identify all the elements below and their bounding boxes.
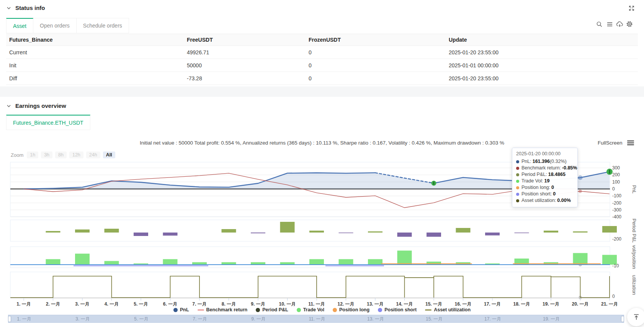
earnings-tabs: Futures_Binance.ETH_USDT	[6, 115, 90, 130]
series-color-dot	[516, 193, 519, 196]
axis-title-vol-position: vol/position	[631, 245, 637, 269]
data-zoom-slider[interactable]: 1. 一月3. 一月5. 一月7. 一月9. 一月11. 一月13. 一月15.…	[8, 315, 624, 323]
slider-tick-label: 3. 一月	[75, 316, 90, 322]
init-free: 50000	[184, 59, 306, 72]
diff-frozen: 0	[306, 72, 446, 85]
slider-tick-label: 11. 一月	[309, 316, 325, 322]
slider-left-handle[interactable]	[8, 316, 11, 322]
tab-asset[interactable]: Asset	[6, 18, 33, 33]
svg-text:2. 一月: 2. 一月	[46, 301, 60, 307]
svg-text:9. 一月: 9. 一月	[251, 301, 265, 307]
status-info-header: Status info	[6, 5, 45, 11]
zoom-option-1h[interactable]: 1h	[27, 151, 38, 158]
expand-icon[interactable]	[627, 4, 636, 12]
legend-item-asset-utilization[interactable]: Asset utilization	[425, 307, 471, 312]
init-update: 2025-01-01 00:00:00	[446, 59, 638, 72]
chart-legend: PnLBenchmark returnPeriod P&LTrade VolPo…	[0, 307, 644, 312]
zoom-label: Zoom	[11, 152, 23, 158]
zoom-option-8h[interactable]: 8h	[55, 151, 67, 158]
svg-text:3. 一月: 3. 一月	[75, 301, 89, 307]
svg-text:11. 一月: 11. 一月	[308, 301, 325, 307]
svg-text:100: 100	[612, 179, 620, 185]
tooltip-row: PnL:161.396 (0.32%)	[516, 158, 574, 165]
legend-item-trade-vol[interactable]: Trade Vol	[297, 307, 324, 312]
fullscreen-button[interactable]: FullScreen	[598, 140, 634, 146]
tab-futures-binance-eth-usdt[interactable]: Futures_Binance.ETH_USDT	[6, 115, 90, 130]
axis-title-pnl: PnL	[631, 185, 637, 194]
zoom-option-24h[interactable]: 24h	[86, 151, 100, 158]
table-row-diff: Diff -73.28 0 2025-01-20 23:55:00	[6, 72, 638, 85]
current-link[interactable]: Current	[6, 46, 184, 59]
search-icon[interactable]	[595, 20, 603, 28]
asset-table: Futures_Binance FreeUSDT FrozenUSDT Upda…	[6, 34, 638, 85]
collapse-chevron-icon[interactable]	[6, 103, 11, 109]
svg-text:19. 一月: 19. 一月	[543, 301, 559, 307]
series-color-dot	[516, 186, 519, 189]
menu-icon[interactable]	[605, 20, 614, 28]
slider-tick-label: 15. 一月	[426, 316, 443, 322]
settings-gear-icon[interactable]	[625, 20, 634, 28]
cloud-download-icon[interactable]	[615, 20, 624, 28]
legend-item-benchmark-return[interactable]: Benchmark return	[198, 307, 248, 312]
svg-text:20. 一月: 20. 一月	[572, 301, 588, 307]
tab-open-orders[interactable]: Open orders	[33, 18, 77, 33]
svg-text:14. 一月: 14. 一月	[396, 301, 413, 307]
diff-update: 2025-01-20 23:55:00	[446, 72, 638, 85]
tooltip-row: Trade Vol:19	[516, 178, 574, 184]
svg-text:15. 一月: 15. 一月	[425, 301, 442, 307]
status-tabs: Asset Open orders Schedule orders	[6, 18, 129, 33]
slider-tick-label: 13. 一月	[367, 316, 384, 322]
init-label: Init	[6, 59, 184, 72]
slider-tick-label: 9. 一月	[251, 316, 265, 322]
back-to-top-button[interactable]	[627, 308, 644, 326]
zoom-option-3h[interactable]: 3h	[41, 151, 52, 158]
table-row-current: Current 49926.71 0 2025-01-20 23:55:00	[6, 46, 638, 59]
slider-tick-label: 19. 一月	[543, 316, 560, 322]
series-color-dot	[516, 173, 519, 176]
chart-toolbox-icon[interactable]	[627, 140, 634, 145]
svg-text:16. 一月: 16. 一月	[454, 301, 471, 307]
svg-text:-100: -100	[612, 193, 621, 198]
zoom-option-12h[interactable]: 12h	[69, 151, 83, 158]
svg-text:7. 一月: 7. 一月	[192, 301, 206, 307]
series-color-dot	[516, 167, 519, 170]
utilization-step-line	[10, 276, 610, 298]
svg-text:-300: -300	[612, 207, 621, 213]
legend-item-position-short[interactable]: Position short	[378, 307, 417, 312]
col-freeusdt: FreeUSDT	[184, 34, 306, 46]
svg-text:-400: -400	[612, 214, 621, 220]
svg-text:6. 一月: 6. 一月	[163, 301, 177, 307]
legend-marker	[198, 309, 204, 311]
collapse-chevron-icon[interactable]	[6, 5, 11, 11]
tooltip-date: 2025-01-20 00:00:00	[516, 151, 574, 157]
fullscreen-label[interactable]: FullScreen	[598, 140, 623, 146]
status-info-title: Status info	[15, 5, 45, 11]
svg-text:5. 一月: 5. 一月	[134, 301, 148, 307]
col-update: Update	[446, 34, 638, 46]
tooltip-row: Asset utilization:0.00%	[516, 197, 574, 204]
legend-item-period-p-l[interactable]: Period P&L	[256, 307, 288, 312]
axis-title-utilization: utilization	[631, 275, 637, 295]
series-color-dot	[516, 180, 519, 183]
svg-text:8. 一月: 8. 一月	[222, 301, 236, 307]
tab-schedule-orders[interactable]: Schedule orders	[77, 18, 129, 33]
svg-text:4. 一月: 4. 一月	[105, 301, 119, 307]
section-divider	[0, 86, 644, 97]
zoom-range-buttons: Zoom 1h3h8h12h24hAll	[11, 151, 115, 158]
earnings-overview-header: Earnings overview	[6, 102, 66, 109]
svg-text:-10: -10	[612, 263, 619, 268]
legend-marker	[297, 308, 301, 312]
slider-right-handle[interactable]	[621, 316, 624, 322]
legend-item-pnl[interactable]: PnL	[173, 307, 189, 312]
chart-tooltip: 2025-01-20 00:00:00 PnL:161.396 (0.32%)B…	[512, 148, 578, 207]
zoom-option-all[interactable]: All	[103, 151, 115, 158]
svg-text:200: 200	[612, 172, 620, 177]
col-futures-binance: Futures_Binance	[6, 34, 184, 46]
earnings-overview-title: Earnings overview	[15, 102, 66, 109]
legend-item-position-long[interactable]: Position long	[333, 307, 369, 312]
svg-text:18. 一月: 18. 一月	[513, 301, 530, 307]
svg-text:12. 一月: 12. 一月	[337, 301, 354, 307]
svg-text:0: 0	[612, 294, 615, 299]
slider-tick-label: 1. 一月	[17, 316, 31, 322]
current-update: 2025-01-20 23:55:00	[446, 46, 638, 59]
